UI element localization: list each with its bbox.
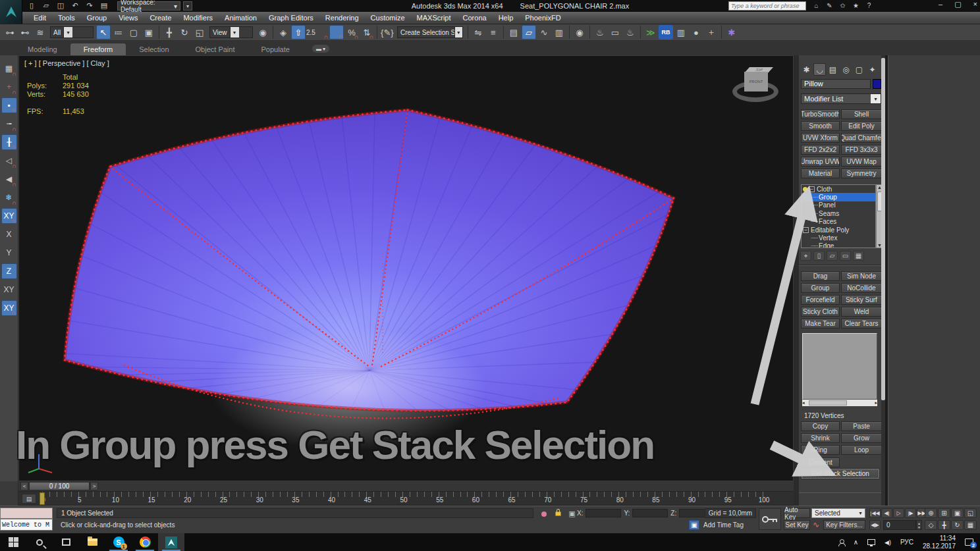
key-filters-button[interactable]: Key Filters... — [823, 520, 865, 530]
cloth-forcefield-button[interactable]: Forcefield — [801, 295, 840, 305]
menu-phoenixfd[interactable]: PhoenixFD — [519, 12, 566, 24]
curve-editor-icon[interactable]: ∿ — [537, 25, 551, 39]
track-bar-ruler[interactable]: ▤ 05101520253035404550556065707580859095… — [18, 492, 794, 506]
help-icon[interactable]: ? — [864, 1, 874, 11]
selection-copy-button[interactable]: Copy — [801, 421, 840, 431]
select-object-icon[interactable]: ↖ — [96, 25, 111, 39]
menu-help[interactable]: Help — [493, 12, 520, 24]
named-selection-sets-icon[interactable]: {✎} — [380, 25, 395, 39]
menu-maxscript[interactable]: MAXScript — [411, 12, 457, 24]
absolute-mode-icon[interactable]: ▣ — [567, 509, 577, 519]
stack-item-editable-poly[interactable]: −Editable Poly — [802, 226, 875, 234]
cloth-drag-button[interactable]: Drag — [801, 271, 840, 281]
zoom-icon[interactable]: ⊕ — [925, 508, 937, 518]
selection-grow-button[interactable]: Grow — [841, 433, 882, 443]
stack-item-edge[interactable]: ╌╌Edge — [802, 242, 875, 248]
object-color-swatch[interactable] — [873, 79, 881, 89]
network-icon[interactable] — [867, 539, 875, 545]
modifier-ffd-3x3x3-button[interactable]: FFD 3x3x3 — [841, 145, 882, 155]
cloth-group-button[interactable]: Group — [801, 283, 840, 293]
render-production-icon[interactable]: ♨ — [623, 25, 638, 39]
stack-item-faces[interactable]: ╌╌Faces — [802, 218, 875, 226]
percent-snap-icon[interactable]: %∩ — [344, 25, 359, 39]
zoom-all-icon[interactable]: ⊞ — [938, 508, 950, 518]
scene-explorer-icon[interactable]: ▱ — [522, 25, 536, 39]
snap-face-icon[interactable]: ◁∩ — [1, 153, 17, 169]
constraint-xy-snap-icon[interactable]: XY∩ — [1, 300, 17, 316]
snap-midpoint-icon[interactable]: ╂∩ — [1, 134, 17, 150]
spinner-snap-icon[interactable]: ⇅∩ — [360, 25, 374, 39]
cloth-make-tear-button[interactable]: Make Tear — [801, 319, 840, 328]
pin-stack-icon[interactable]: ⌖ — [800, 251, 811, 261]
orbit-icon[interactable]: ↻ — [951, 520, 964, 530]
star-icon[interactable]: ★ — [851, 1, 861, 11]
cloth-sticky-cloth-button[interactable]: Sticky Cloth — [801, 307, 840, 317]
favorites-icon[interactable]: ✩ — [838, 1, 848, 11]
speaker-icon[interactable]: ◀) — [885, 539, 891, 546]
tab-modify-icon[interactable]: ◡ — [813, 63, 826, 76]
modifier-symmetry-button[interactable]: Symmetry — [841, 169, 882, 178]
clock[interactable]: 11:34 28.12.2017 — [923, 535, 956, 550]
scroll-right-icon[interactable]: ▸ — [875, 400, 877, 406]
constraint-xy-flyout-icon[interactable]: XY — [1, 282, 17, 298]
undo-icon[interactable]: ↶ — [70, 1, 80, 11]
taskbar-search-button[interactable] — [26, 533, 53, 551]
cloth-clear-tears-button[interactable]: Clear Tears — [841, 319, 882, 328]
object-name-field[interactable]: Pillow — [801, 79, 871, 89]
zoom-extents-icon[interactable]: ▣ — [951, 508, 964, 518]
x-coordinate-field[interactable] — [585, 509, 621, 517]
render-elements-icon[interactable]: ▥ — [674, 25, 688, 39]
snap-pivot-icon[interactable]: +∩ — [1, 79, 17, 95]
maxscript-mini-listener[interactable]: Welcome to M — [0, 519, 53, 531]
auto-key-button[interactable]: Auto Key — [784, 508, 810, 518]
zoom-extents-all-icon[interactable]: ◱ — [964, 508, 977, 518]
rendered-frame-window-icon[interactable]: ▭ — [608, 25, 622, 39]
next-frame-button[interactable]: |▶ — [905, 508, 916, 518]
modifier-material-button[interactable]: Material — [801, 169, 840, 178]
select-and-move-icon[interactable]: ╋ — [162, 25, 177, 39]
railclone-icon[interactable]: RB — [659, 25, 673, 39]
start-button[interactable] — [0, 533, 26, 551]
new-scene-icon[interactable]: ▯ — [26, 1, 37, 11]
tab-motion-icon[interactable]: ◎ — [840, 63, 852, 76]
select-and-manipulate-icon[interactable]: ◈ — [276, 25, 290, 39]
layer-manager-icon[interactable]: ▤ — [506, 25, 521, 39]
select-and-link-icon[interactable]: ⊶ — [3, 25, 17, 39]
phoenixfd-icon[interactable]: ✱ — [724, 25, 739, 39]
search-community-icon[interactable]: ⌂ — [811, 1, 821, 11]
element-button[interactable]: Element — [801, 458, 840, 467]
3dsmax-taskbar-button[interactable] — [158, 533, 184, 551]
bind-to-space-warp-icon[interactable]: ≋ — [33, 25, 47, 39]
show-end-result-icon[interactable]: ▯ — [813, 251, 825, 261]
selection-loop-button[interactable]: Loop — [841, 445, 882, 455]
minimize-button[interactable]: – — [939, 0, 942, 9]
time-tag-icon[interactable]: ▣ — [689, 520, 699, 530]
stack-item-seams[interactable]: ╌╌Seams — [802, 209, 875, 217]
workspace-flyout-button[interactable]: ▾ — [183, 1, 192, 11]
modifier-unwrap-uvw-button[interactable]: Unwrap UVW — [801, 157, 840, 167]
modifier-edit-poly-button[interactable]: Edit Poly — [841, 121, 882, 131]
y-coordinate-field[interactable] — [632, 509, 668, 517]
vray-chevrons-icon[interactable]: ≫ — [643, 25, 658, 39]
menu-tools[interactable]: Tools — [52, 12, 81, 24]
hscrollbar-thumb[interactable] — [809, 400, 847, 406]
unlink-selection-icon[interactable]: ⊷ — [18, 25, 32, 39]
remove-modifier-icon[interactable]: ▭ — [840, 251, 851, 261]
snap-grid-icon[interactable]: ▦∩ — [1, 61, 17, 76]
language-indicator[interactable]: РУС — [900, 538, 913, 546]
play-button[interactable]: ▷ — [893, 508, 904, 518]
modifier-uvw-xform-button[interactable]: UVW Xform — [801, 133, 840, 143]
use-pivot-point-icon[interactable]: ◉ — [256, 25, 270, 39]
selection-lock-icon[interactable] — [553, 509, 563, 519]
task-view-button[interactable] — [53, 533, 79, 551]
modifier-list-dropdown[interactable]: Modifier List ▾ — [801, 93, 881, 104]
time-slider-handle[interactable]: 0 / 100 — [29, 482, 90, 490]
cloth-sim-node-button[interactable]: Sim Node — [841, 271, 882, 281]
material-editor-icon[interactable]: ◉ — [572, 25, 587, 39]
select-and-scale-icon[interactable]: ◱ — [192, 25, 207, 39]
constraint-y-icon[interactable]: Y — [1, 245, 17, 261]
viewcube-front-face[interactable]: FRONT — [744, 72, 768, 92]
snap-endpoint-icon[interactable]: ╼∩ — [1, 116, 17, 132]
ribbon-minimize-button[interactable]: ▬ ▾ — [312, 45, 329, 53]
modifier-turbosmooth-button[interactable]: TurboSmooth — [801, 109, 840, 119]
